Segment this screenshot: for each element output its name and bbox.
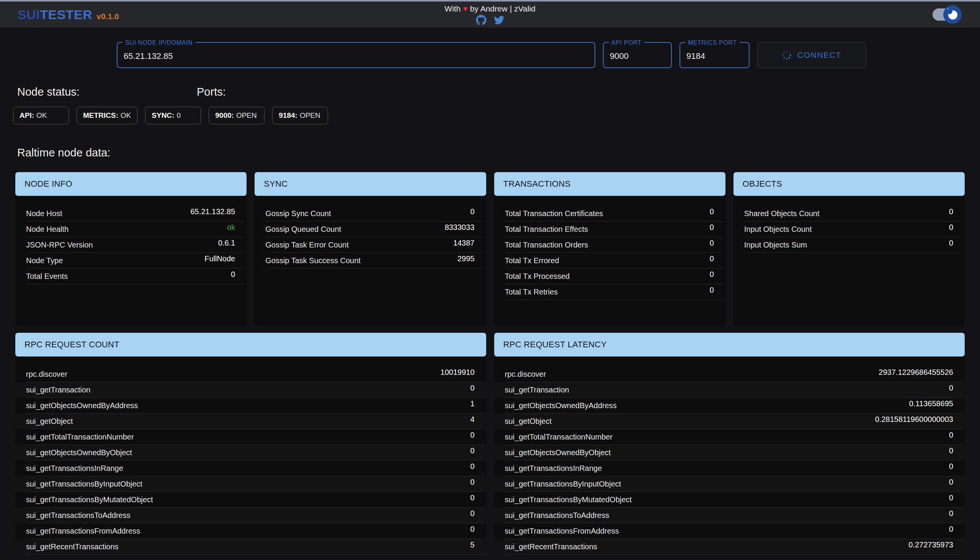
metrics-port-field: METRICS PORT [679,42,749,68]
metric-label: sui_getTransactionsInRange [26,464,123,473]
chip-value: OPEN [300,111,320,120]
metric-label: Gossip Task Success Count [265,256,361,265]
metric-value: 8333033 [445,223,475,232]
metric-row: sui_getTransaction0 [494,382,965,398]
metric-row: sui_getRecentTransactions0.272735973 [494,539,965,555]
metric-label: sui_getRecentTransactions [505,542,597,551]
metric-label: Total Tx Errored [505,256,559,265]
metric-label: Gossip Sync Count [265,209,331,218]
metric-label: Node Type [26,256,63,265]
metric-row: sui_getObjectsOwnedByObject0 [494,445,965,460]
chip-value: OPEN [236,111,257,120]
metric-row: sui_getRecentTransactions5 [15,539,486,555]
social-links [476,15,504,25]
metric-value: 0 [470,493,474,502]
metric-row: JSON-RPC Version0.6.1 [15,237,246,253]
chip-label: API: [20,111,34,120]
card-sync-body: Gossip Sync Count0Gossip Queued Count833… [254,196,486,268]
metric-label: sui_getTransactionsByInputObject [26,480,142,488]
app-logo: SUITESTER v0.1.0 [18,7,119,22]
status-chip: 9000:OPEN [209,107,264,124]
api-port-input[interactable] [604,43,671,67]
github-icon[interactable] [476,15,486,25]
metric-label: Shared Objects Count [744,209,819,218]
metric-row: sui_getTransactionsByInputObject0 [494,476,965,492]
card-objects-body: Shared Objects Count0Input Objects Count… [734,196,965,253]
status-chip: METRICS:OK [77,107,137,124]
metric-row: sui_getObjectsOwnedByObject0 [15,445,486,460]
node-ip-input[interactable] [117,43,595,67]
metric-value: 0 [949,447,953,455]
metric-label: rpc.discover [505,370,546,379]
metric-value: 0 [470,525,474,533]
metric-label: sui_getTransactionsFromAddress [26,527,140,535]
metric-value: 4 [470,415,474,424]
credit-prefix: With [445,4,460,13]
metric-value: 0 [710,239,714,247]
metric-label: Total Tx Retries [505,288,558,297]
metric-value: 0.6.1 [218,239,235,247]
metric-label: Input Objects Sum [744,241,807,249]
metric-value: 0 [949,478,953,487]
metric-value: FullNode [204,254,235,263]
metric-cards-row: NODE INFO Node Host65.21.132.85Node Heal… [15,172,965,326]
dark-mode-toggle[interactable]: ✦ [933,5,962,24]
metric-value: 0 [949,384,953,392]
twitter-icon[interactable] [494,15,504,25]
moon-icon: ✦ [943,5,962,24]
metric-value: 0 [710,286,714,295]
metric-label: sui_getTransactionsToAddress [505,511,609,520]
metric-value: 0 [470,462,474,471]
metric-value: 0 [470,431,474,440]
card-transactions-body: Total Transaction Certificates0Total Tra… [494,196,726,300]
metric-value: 0 [710,254,714,263]
logo-text-sui: SUI [18,7,40,22]
metric-label: sui_getObject [505,417,552,426]
spinner-icon [782,50,792,60]
metric-row: sui_getTransactionsToAddress0 [15,508,486,523]
app-version: v0.1.0 [97,12,119,21]
metric-row: sui_getTransactionsByMutatedObject0 [494,492,965,508]
metric-label: sui_getTotalTransactionNumber [505,433,613,442]
node-ip-label: SUI NODE IP/DOMAIN [122,39,195,46]
metric-label: sui_getObjectsOwnedByAddress [26,401,138,410]
metric-value: 0 [949,509,953,518]
metric-row: rpc.discover10019910 [15,367,486,382]
metric-row: Node Host65.21.132.85 [15,206,246,222]
metric-label: sui_getTransaction [26,385,90,394]
metric-row: Input Objects Sum0 [734,237,965,253]
metrics-port-input[interactable] [680,43,749,67]
metric-value: 0 [470,478,474,487]
metric-label: sui_getRecentTransactions [26,542,119,551]
metric-row: Total Events0 [15,268,246,284]
metric-row: Shared Objects Count0 [734,206,965,222]
logo-text-tester: TESTER [40,7,92,22]
metric-value: 0 [949,239,953,247]
api-port-field: API PORT [603,42,672,68]
metric-value: 0 [470,509,474,518]
chip-value: OK [36,111,47,120]
metric-label: sui_getTransactionsByMutatedObject [505,495,632,504]
metric-label: sui_getTotalTransactionNumber [26,433,134,442]
metric-row: Gossip Queued Count8333033 [254,222,486,237]
node-status-heading: Node status: [17,86,197,98]
metric-value: 0 [710,270,714,279]
metric-row: sui_getTransactionsFromAddress0 [494,523,965,539]
metric-row: sui_getTotalTransactionNumber0 [494,429,965,445]
status-headings: Node status: Ports: [17,86,980,98]
connection-form: SUI NODE IP/DOMAIN API PORT METRICS PORT… [117,42,866,68]
card-transactions: TRANSACTIONS Total Transaction Certifica… [494,172,726,326]
chip-label: 9184: [279,111,298,120]
card-rpc-latency-header: RPC REQUEST LATENCY [494,333,965,357]
metric-label: Gossip Queued Count [265,225,341,234]
metric-value: 0.272735973 [908,540,953,549]
metric-value: 0 [949,525,953,533]
connect-button[interactable]: CONNECT [757,42,866,68]
metric-label: Input Objects Count [744,225,812,234]
metric-row: sui_getTransactionsToAddress0 [494,508,965,523]
card-rpc-request-count: RPC REQUEST COUNT rpc.discover10019910su… [15,333,486,555]
metric-row: sui_getTransactionsFromAddress0 [15,523,486,539]
chip-label: SYNC: [152,111,174,120]
api-port-label: API PORT [609,39,644,46]
metric-row: Total Tx Processed0 [494,268,726,284]
